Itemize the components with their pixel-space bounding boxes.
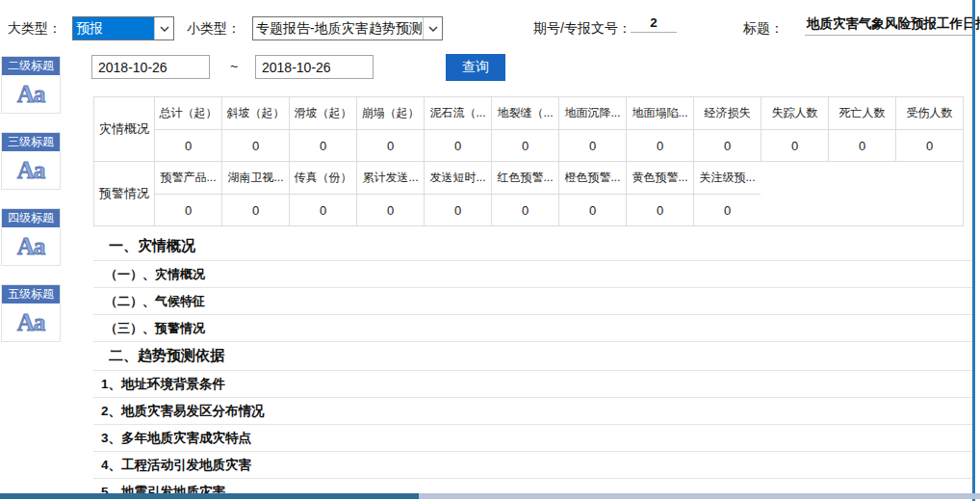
issue-number-input[interactable]: 2 [631, 15, 677, 33]
table-group: 预警情况预警产品...0湖南卫视...0传真（份）0累计发送...0发送短时..… [93, 162, 964, 226]
table-column-header: 死亡人数 [829, 97, 895, 129]
minor-type-label: 小类型： [187, 20, 241, 38]
date-from-input[interactable]: 2018-10-26 [91, 55, 210, 79]
table-column: 关注级预...0 [693, 162, 761, 225]
outline-item[interactable]: 2、地质灾害易发区分布情况 [93, 398, 972, 425]
table-column: 崩塌（起）0 [356, 97, 424, 161]
table-column: 地面塌陷...0 [626, 97, 693, 161]
date-to-input[interactable]: 2018-10-26 [255, 55, 374, 79]
sidebar-item-label: 五级标题 [2, 285, 60, 303]
sidebar-item-label: 四级标题 [2, 209, 60, 227]
table-row-header: 预警情况 [94, 162, 154, 225]
chevron-down-icon [154, 17, 173, 40]
outline-item[interactable]: （三）、预警情况 [93, 315, 972, 342]
outline-item[interactable]: 二、趋势预测依据 [93, 342, 972, 371]
table-column-header: 关注级预... [694, 162, 761, 194]
table-cell-value: 0 [222, 129, 289, 161]
heading-style-sidebar: 二级标题Aa三级标题Aa四级标题Aa五级标题Aa [1, 56, 61, 360]
font-style-icon: Aa [2, 303, 60, 341]
table-cell-value: 0 [425, 129, 491, 161]
table-column: 发送短时...0 [424, 162, 491, 225]
major-type-select[interactable]: 预报 [72, 16, 174, 40]
table-column: 斜坡（起）0 [221, 97, 289, 161]
outline-item[interactable]: 1、地址环境背景条件 [93, 371, 972, 398]
table-column: 累计发送...0 [356, 162, 424, 225]
outline-item[interactable]: 4、工程活动引发地质灾害 [93, 452, 972, 479]
horizontal-scrollbar[interactable] [0, 493, 980, 499]
aa-glyph: Aa [17, 309, 45, 336]
table-cell-value: 0 [694, 194, 761, 225]
font-style-icon: Aa [2, 75, 60, 113]
sidebar-item-label: 三级标题 [2, 133, 60, 151]
table-cell-value: 0 [155, 194, 221, 225]
table-column: 经济损失0 [693, 97, 761, 161]
aa-glyph: Aa [17, 157, 45, 184]
table-column-header: 红色预警... [492, 162, 558, 194]
horizontal-scrollbar-thumb[interactable] [0, 493, 419, 499]
table-group: 灾情概况总计（起）0斜坡（起）0滑坡（起）0崩塌（起）0泥石流（...0地裂缝（… [93, 96, 964, 162]
table-column: 红色预警...0 [491, 162, 558, 225]
table-cell-value: 0 [559, 129, 626, 161]
minor-type-select[interactable]: 专题报告-地质灾害趋势预测 [252, 16, 443, 40]
table-cell-value: 0 [357, 129, 424, 161]
sidebar-item-heading-level-4[interactable]: 四级标题Aa [1, 208, 61, 266]
table-column: 泥石流（...0 [424, 97, 491, 161]
table-cell-value: 0 [357, 194, 424, 225]
table-column: 橙色预警...0 [558, 162, 626, 225]
table-column-header: 斜坡（起） [222, 97, 289, 129]
sidebar-item-heading-level-2[interactable]: 二级标题Aa [1, 56, 61, 114]
outline-item[interactable]: 一、灾情概况 [93, 232, 972, 261]
aa-glyph: Aa [17, 81, 45, 108]
table-column-header: 泥石流（... [425, 97, 491, 129]
table-column-header: 预警产品... [155, 162, 221, 194]
table-column: 地裂缝（...0 [491, 97, 558, 161]
table-column-header: 橙色预警... [559, 162, 626, 194]
table-column-header: 总计（起） [155, 97, 221, 129]
table-cell-value: 0 [425, 194, 491, 225]
table-column: 预警产品...0 [154, 162, 221, 225]
font-style-icon: Aa [2, 227, 60, 265]
table-column: 黄色预警...0 [626, 162, 693, 225]
table-column-header: 传真（份） [290, 162, 356, 194]
table-cell-value: 0 [761, 129, 828, 161]
major-type-label: 大类型： [8, 20, 62, 38]
minor-type-selected-value: 专题报告-地质灾害趋势预测 [253, 17, 423, 40]
sidebar-item-heading-level-5[interactable]: 五级标题Aa [1, 284, 61, 342]
table-column: 地面沉降...0 [558, 97, 626, 161]
sidebar-item-heading-level-3[interactable]: 三级标题Aa [1, 132, 61, 190]
table-column-header: 地面沉降... [559, 97, 626, 129]
table-column: 传真（份）0 [289, 162, 356, 225]
table-cell-value: 0 [155, 129, 221, 161]
stats-table: 灾情概况总计（起）0斜坡（起）0滑坡（起）0崩塌（起）0泥石流（...0地裂缝（… [93, 96, 964, 226]
table-column-header: 黄色预警... [627, 162, 693, 194]
table-column-header: 经济损失 [694, 97, 761, 129]
table-column: 失踪人数0 [761, 97, 828, 161]
table-column-header: 受伤人数 [896, 97, 963, 129]
table-column-header: 发送短时... [425, 162, 491, 194]
table-cell-value: 0 [627, 194, 693, 225]
outline-item[interactable]: （一）、灾情概况 [93, 261, 972, 288]
outline-item[interactable]: （二）、气候特征 [93, 288, 972, 315]
table-column: 受伤人数0 [895, 97, 963, 161]
title-label: 标题： [743, 20, 784, 38]
table-column: 湖南卫视...0 [221, 162, 289, 225]
table-column-header: 滑坡（起） [290, 97, 356, 129]
table-cell-value: 0 [290, 129, 356, 161]
sidebar-item-label: 二级标题 [2, 57, 60, 75]
table-cell-value: 0 [222, 194, 289, 225]
table-column-header: 失踪人数 [761, 97, 828, 129]
table-cell-value: 0 [896, 129, 963, 161]
table-cell-value: 0 [829, 129, 895, 161]
table-column-header: 累计发送... [357, 162, 424, 194]
outline-item[interactable]: 3、多年地质灾害成灾特点 [93, 425, 972, 452]
table-row-header: 灾情概况 [94, 97, 154, 161]
query-button[interactable]: 查询 [446, 54, 505, 81]
title-input[interactable]: 地质灾害气象风险预报工作日报 [805, 15, 975, 36]
table-cell-value: 0 [290, 194, 356, 225]
font-style-icon: Aa [2, 151, 60, 189]
table-column-header: 湖南卫视... [222, 162, 289, 194]
table-column-header: 地面塌陷... [627, 97, 693, 129]
table-column-header: 崩塌（起） [357, 97, 424, 129]
table-column: 滑坡（起）0 [289, 97, 356, 161]
table-cell-value: 0 [492, 129, 558, 161]
